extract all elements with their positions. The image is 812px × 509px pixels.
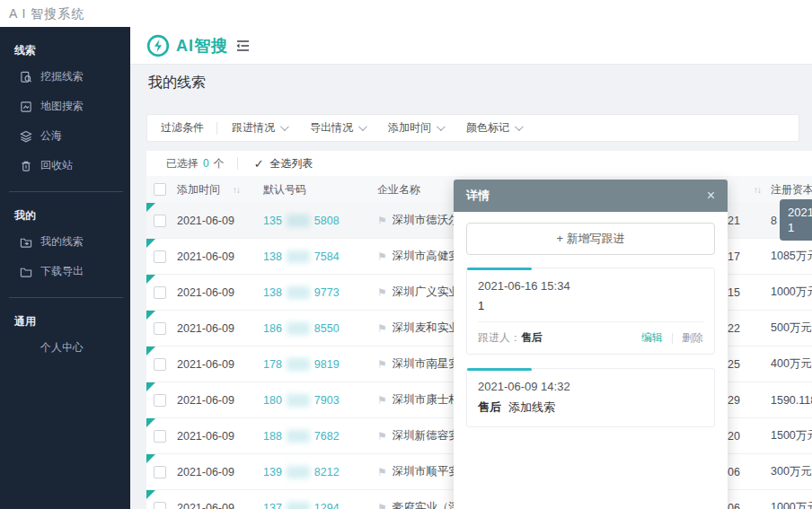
filter-dropdown[interactable]: 导出情况	[310, 120, 365, 136]
filter-bar: 过滤条件 跟进情况导出情况添加时间颜色标记	[146, 114, 799, 142]
logo-lightning-icon	[146, 34, 170, 57]
sidebar-item-label: 我的线索	[40, 234, 84, 250]
sidebar-section-leads: 线索 挖掘线索 地图搜索 公海 回收站	[0, 27, 130, 182]
cell-phone-link[interactable]: 186 8550	[263, 322, 377, 335]
filter-dropdown[interactable]: 添加时间	[388, 120, 443, 136]
phone-prefix: 138	[263, 286, 282, 299]
chevron-down-icon	[280, 122, 289, 131]
followup-log: 售后添加线索	[478, 399, 703, 426]
cell-add-time: 2021-06-09	[173, 250, 263, 263]
sidebar-item-map-search[interactable]: 地图搜索	[14, 92, 130, 121]
row-checkbox-cell	[146, 466, 173, 478]
main-header: AI智搜	[130, 27, 812, 65]
chevron-down-icon	[358, 122, 367, 131]
sidebar-item-label: 个人中心	[40, 340, 84, 355]
cell-add-time: 2021-06-09	[173, 394, 263, 407]
row-checkbox[interactable]	[154, 322, 166, 335]
row-checkbox[interactable]	[154, 358, 166, 371]
close-icon[interactable]: ×	[707, 189, 715, 203]
header-checkbox-cell	[146, 183, 173, 196]
row-checkbox-cell	[146, 322, 173, 335]
header-registered-capital: 注册资本	[771, 182, 812, 197]
row-checkbox[interactable]	[154, 250, 166, 263]
add-followup-button[interactable]: + 新增写跟进	[466, 223, 715, 255]
flag-icon: ⚑	[377, 215, 387, 227]
sidebar-item-recycle-bin[interactable]: 回收站	[14, 151, 130, 180]
select-all-checkbox[interactable]	[154, 183, 166, 196]
phone-suffix: 9773	[314, 286, 340, 299]
plus-icon: +	[556, 232, 563, 245]
phone-suffix: 8550	[314, 322, 340, 335]
cell-add-time: 2021-06-09	[173, 430, 263, 443]
cell-phone-link[interactable]: 138 7584	[263, 250, 377, 263]
phone-blurred-digits	[287, 322, 310, 335]
row-checkbox[interactable]	[154, 502, 166, 509]
cell-phone-link[interactable]: 178 9819	[263, 358, 377, 371]
modal-header: 详情 ×	[454, 180, 728, 212]
select-all-button[interactable]: 全选列表	[270, 156, 313, 171]
window-topbar: A I 智搜系统	[0, 0, 812, 27]
phone-prefix: 180	[263, 394, 282, 407]
row-checkbox[interactable]	[154, 394, 166, 407]
cell-add-time: 2021-06-09	[173, 286, 263, 299]
corner-marker-icon	[146, 382, 155, 391]
sidebar-item-public-sea[interactable]: 公海	[14, 121, 130, 151]
cell-phone-link[interactable]: 139 8212	[263, 466, 377, 478]
cell-phone-link[interactable]: 180 7903	[263, 394, 377, 407]
follower-info: 跟进人：售后	[478, 330, 543, 346]
modal-body: + 新增写跟进 2021-06-16 15:34 1 跟进人：售后 编辑 删除 …	[454, 212, 728, 452]
followup-actions: 编辑 删除	[641, 330, 703, 346]
row-checkbox[interactable]	[154, 286, 166, 299]
tooltip-line2: 1	[788, 220, 812, 235]
row-checkbox-cell	[146, 215, 173, 227]
flag-icon: ⚑	[377, 286, 387, 299]
check-icon: ✓	[254, 157, 264, 171]
details-modal: 详情 × + 新增写跟进 2021-06-16 15:34 1 跟进人：售后 编…	[454, 180, 728, 509]
filter-dropdown-label: 跟进情况	[232, 120, 275, 136]
edit-button[interactable]: 编辑	[641, 330, 663, 346]
sort-icon[interactable]: ↑↓	[754, 185, 761, 195]
sidebar: 线索 挖掘线索 地图搜索 公海 回收站 我的 我的线索 下载导出 通用	[0, 27, 130, 509]
cell-registered-capital: 1085万元	[771, 249, 812, 264]
my-leads-icon	[20, 236, 32, 249]
sidebar-item-my-leads[interactable]: 我的线索	[14, 227, 130, 257]
phone-suffix: 5808	[314, 215, 340, 227]
corner-marker-icon	[146, 275, 155, 284]
sidebar-item-mining-leads[interactable]: 挖掘线索	[14, 62, 130, 92]
phone-blurred-digits	[287, 215, 310, 227]
mining-leads-icon	[20, 71, 32, 83]
phone-prefix: 137	[263, 502, 282, 509]
sidebar-item-personal-center[interactable]: 个人中心	[14, 333, 130, 363]
sidebar-item-label: 公海	[40, 128, 62, 144]
menu-fold-icon[interactable]	[234, 39, 251, 53]
filter-separator	[216, 122, 217, 135]
filter-label: 过滤条件	[161, 120, 204, 136]
row-checkbox[interactable]	[154, 466, 166, 478]
row-checkbox[interactable]	[154, 215, 166, 227]
row-checkbox[interactable]	[154, 430, 166, 443]
sidebar-section-general: 通用 个人中心	[0, 298, 130, 364]
sidebar-item-label: 地图搜索	[40, 99, 84, 114]
sort-icon[interactable]: ↑↓	[233, 185, 240, 195]
sidebar-item-download-export[interactable]: 下载导出	[14, 257, 130, 286]
cell-phone-link[interactable]: 138 9773	[263, 286, 377, 299]
filter-dropdown[interactable]: 颜色标记	[466, 120, 521, 136]
recycle-bin-icon	[20, 160, 32, 172]
phone-suffix: 7903	[314, 394, 340, 407]
filter-dropdown[interactable]: 跟进情况	[232, 120, 287, 136]
cell-phone-link[interactable]: 135 5808	[263, 215, 377, 227]
cell-phone-link[interactable]: 137 1294	[263, 502, 377, 509]
cell-add-time: 2021-06-09	[173, 358, 263, 371]
delete-button[interactable]: 删除	[682, 330, 703, 346]
filter-dropdown-label: 添加时间	[388, 120, 431, 136]
cell-registered-capital: 1500万元	[771, 428, 812, 443]
cell-phone-link[interactable]: 188 7682	[263, 430, 377, 443]
phone-prefix: 188	[263, 430, 282, 443]
cell-registered-capital: 1000万元	[771, 500, 812, 509]
cell-registered-capital: 300万元人	[771, 464, 812, 479]
selected-unit: 个	[214, 156, 225, 171]
public-sea-icon	[20, 130, 32, 143]
download-export-icon	[20, 266, 32, 278]
phone-prefix: 138	[263, 250, 282, 263]
sidebar-section-title: 线索	[14, 43, 130, 58]
